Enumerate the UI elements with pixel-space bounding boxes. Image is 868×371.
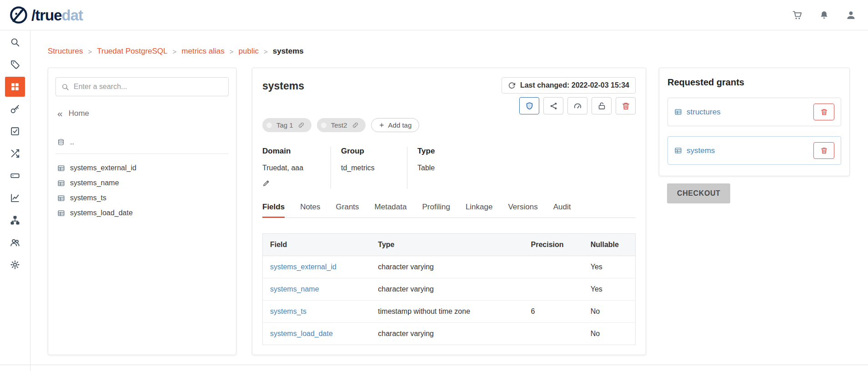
- key-icon: [10, 104, 20, 114]
- add-tag-label: Add tag: [388, 121, 412, 129]
- parent-node-label: ..: [70, 138, 74, 146]
- breadcrumb: Structures > Truedat PostgreSQL > metric…: [48, 47, 868, 56]
- tag-chip[interactable]: Test2: [317, 118, 366, 132]
- home-label: Home: [69, 109, 89, 118]
- breadcrumb-separator: >: [230, 48, 234, 55]
- delete-button[interactable]: [616, 97, 636, 114]
- list-item[interactable]: systems_load_date: [57, 209, 227, 217]
- tab-grants[interactable]: Grants: [336, 203, 359, 218]
- tab-notes[interactable]: Notes: [300, 203, 320, 218]
- checkout-button[interactable]: CHECKOUT: [667, 183, 730, 203]
- grant-link[interactable]: systems: [674, 146, 715, 155]
- drive-icon: [10, 171, 20, 181]
- tree-search-box: [55, 77, 229, 96]
- type-value: Table: [417, 164, 435, 172]
- sidebar-item-quality[interactable]: [5, 121, 25, 141]
- field-link[interactable]: systems_external_id: [270, 263, 336, 271]
- unlock-button[interactable]: [592, 97, 612, 114]
- table-icon: [57, 179, 65, 187]
- breadcrumb-current: systems: [273, 47, 304, 56]
- group-value: td_metrics: [341, 164, 397, 172]
- field-precision: 6: [523, 301, 583, 323]
- top-bar: /truedat: [0, 0, 868, 30]
- domain-value: Truedat, aaa: [262, 164, 321, 172]
- list-item[interactable]: systems_external_id: [57, 164, 227, 172]
- tag-chip[interactable]: Tag 1: [262, 118, 311, 132]
- sidebar-item-keys[interactable]: [5, 99, 25, 119]
- add-tag-button[interactable]: Add tag: [371, 118, 420, 132]
- divider: [55, 153, 229, 154]
- parent-node[interactable]: ..: [55, 138, 229, 146]
- list-item[interactable]: systems_name: [57, 179, 227, 187]
- refresh-icon[interactable]: [508, 82, 516, 89]
- owl-logo-icon: [9, 5, 28, 25]
- tag-label: Test2: [331, 121, 347, 129]
- summary-section: Domain Truedat, aaa Group td_metrics: [262, 147, 636, 189]
- trash-icon: [820, 108, 828, 116]
- sidebar-item-structures[interactable]: [5, 77, 25, 97]
- field-link[interactable]: systems_ts: [270, 307, 306, 315]
- sidebar-item-settings[interactable]: [5, 255, 25, 275]
- action-buttons: [519, 97, 636, 114]
- field-type: character varying: [371, 323, 523, 345]
- field-label: systems_name: [70, 179, 119, 187]
- field-nullable: No: [583, 323, 636, 345]
- truedat-logo[interactable]: /truedat: [9, 5, 83, 25]
- quality-button[interactable]: [567, 97, 587, 114]
- table-row: systems_load_date character varying No: [263, 323, 636, 345]
- search-icon: [61, 83, 69, 91]
- tab-profiling[interactable]: Profiling: [422, 203, 450, 218]
- breadcrumb-source[interactable]: Truedat PostgreSQL: [97, 47, 167, 56]
- bell-icon[interactable]: [819, 10, 829, 20]
- tab-versions[interactable]: Versions: [508, 203, 537, 218]
- breadcrumb-structures[interactable]: Structures: [48, 47, 83, 56]
- breadcrumb-database[interactable]: metrics alias: [181, 47, 224, 56]
- field-nullable: Yes: [583, 278, 636, 301]
- sidebar-item-tags[interactable]: [5, 54, 25, 74]
- last-changed-pill: Last changed: 2022-02-03 15:34: [502, 77, 636, 94]
- field-label: systems_load_date: [70, 209, 133, 217]
- field-link[interactable]: systems_load_date: [270, 330, 333, 337]
- search-input[interactable]: [74, 83, 223, 91]
- field-type: character varying: [371, 256, 523, 278]
- database-icon: [57, 139, 65, 146]
- users-icon: [10, 237, 20, 247]
- col-header-nullable: Nullable: [583, 234, 636, 256]
- share-button[interactable]: [543, 97, 563, 114]
- cart-icon[interactable]: [792, 10, 803, 20]
- home-link[interactable]: « Home: [55, 109, 229, 118]
- sidebar-item-lineage[interactable]: [5, 143, 25, 163]
- grant-link[interactable]: structures: [674, 108, 721, 117]
- tab-fields[interactable]: Fields: [262, 203, 285, 218]
- remove-grant-button[interactable]: [813, 142, 834, 159]
- tab-metadata[interactable]: Metadata: [375, 203, 407, 218]
- lock-open-icon: [597, 102, 606, 110]
- field-link[interactable]: systems_name: [270, 285, 319, 293]
- grant-item: systems: [667, 136, 841, 165]
- table-row: systems_name character varying Yes: [263, 278, 636, 301]
- sidebar-item-search[interactable]: [5, 32, 25, 52]
- list-item[interactable]: systems_ts: [57, 194, 227, 202]
- sidebar-item-users[interactable]: [5, 232, 25, 252]
- grants-column: Requested grants structures: [659, 68, 850, 203]
- user-icon[interactable]: [846, 10, 856, 20]
- protect-button[interactable]: [519, 97, 539, 114]
- tag-icon: [10, 59, 20, 69]
- table-icon: [674, 147, 682, 154]
- sidebar-item-taxonomy[interactable]: [5, 210, 25, 230]
- line-chart-icon: [10, 193, 20, 203]
- table-icon: [57, 164, 65, 172]
- tag-dot-icon: [266, 123, 272, 128]
- breadcrumb-schema[interactable]: public: [239, 47, 259, 56]
- domain-label: Domain: [262, 147, 321, 156]
- check-square-icon: [10, 126, 20, 136]
- last-changed-text: Last changed: 2022-02-03 15:34: [520, 81, 629, 89]
- remove-grant-button[interactable]: [813, 104, 834, 120]
- sitemap-icon: [10, 215, 20, 225]
- sidebar-item-charts[interactable]: [5, 188, 25, 208]
- tab-linkage[interactable]: Linkage: [466, 203, 493, 218]
- pencil-icon[interactable]: [262, 179, 270, 187]
- sidebar-item-storage[interactable]: [5, 166, 25, 186]
- tab-audit[interactable]: Audit: [553, 203, 571, 218]
- field-precision: [523, 323, 583, 345]
